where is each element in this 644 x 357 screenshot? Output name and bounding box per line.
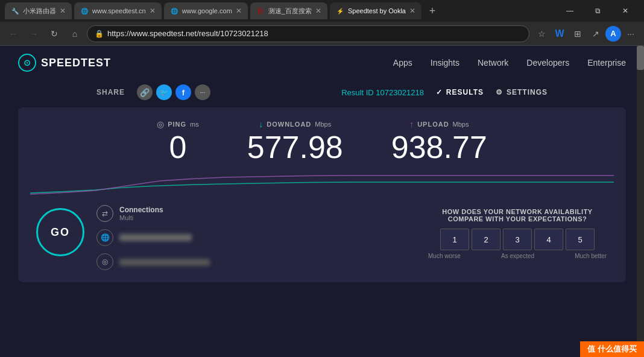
results-button[interactable]: ✓ RESULTS [436, 88, 484, 96]
download-label: DOWNLOAD [267, 121, 311, 128]
profile-avatar[interactable]: A [605, 26, 621, 42]
tab-favicon-xiaomi: 🔧 [11, 7, 19, 15]
address-input[interactable]: 🔒 https://www.speedtest.net/result/10723… [87, 25, 529, 42]
ping-header: ◎ PING ms [157, 119, 199, 129]
tab-xiaomi[interactable]: 🔧 小米路由器 ✕ [5, 2, 72, 19]
upload-value: 938.77 [391, 131, 487, 163]
new-tab-button[interactable]: + [424, 2, 441, 19]
survey-label-better: Much better [575, 253, 607, 259]
ping-unit: ms [190, 121, 199, 128]
checkmark-icon: ✓ [436, 88, 443, 96]
tab-favicon-speedtest-cn: 🌐 [80, 7, 89, 15]
survey-option-5[interactable]: 5 [566, 229, 595, 250]
share-bar: SHARE 🔗 🐦 f ··· Result ID 10723021218 ✓ … [0, 80, 644, 105]
survey-option-3[interactable]: 3 [503, 229, 532, 250]
ip-info [119, 234, 192, 241]
gear-icon: ⚙ [496, 88, 503, 96]
survey-option-1[interactable]: 1 [440, 229, 469, 250]
results-label: RESULTS [446, 88, 484, 96]
tab-close-google[interactable]: ✕ [236, 7, 242, 15]
speedtest-card: ◎ PING ms 0 ↓ DOWNLOAD Mbps 577.98 ↑ UPL… [18, 107, 626, 282]
refresh-button[interactable]: ↻ [46, 25, 63, 42]
home-button[interactable]: ⌂ [66, 25, 83, 42]
scrollbar-thumb[interactable] [637, 46, 644, 70]
tab-speedtest-active[interactable]: ⚡ Speedtest by Ookla ✕ [330, 2, 421, 19]
nav-developers[interactable]: Developers [526, 58, 569, 68]
share-toolbar-icon[interactable]: ↗ [587, 25, 604, 42]
metric-ping: ◎ PING ms 0 [157, 119, 199, 163]
share-label: SHARE [96, 88, 125, 96]
share-more-button[interactable]: ··· [195, 84, 210, 100]
tab-label-baidu: 测速_百度搜索 [268, 7, 312, 16]
tab-favicon-google: 🌐 [170, 7, 178, 15]
upload-unit: Mbps [453, 121, 469, 128]
maximize-button[interactable]: ⧉ [584, 0, 611, 22]
location-blurred [119, 259, 210, 266]
ping-label: PING [168, 121, 186, 128]
tab-close-speedtest-cn[interactable]: ✕ [150, 7, 156, 15]
favorite-icon[interactable]: ☆ [533, 25, 550, 42]
connections-value: Multi [119, 214, 163, 221]
nav-network[interactable]: Network [478, 58, 508, 68]
share-link-button[interactable]: 🔗 [137, 84, 153, 100]
upload-icon: ↑ [409, 119, 414, 129]
download-unit: Mbps [315, 121, 331, 128]
share-twitter-button[interactable]: 🐦 [156, 84, 172, 100]
minimize-button[interactable]: — [556, 0, 584, 22]
tab-close-xiaomi[interactable]: ✕ [60, 7, 66, 15]
location-item: ◎ [96, 253, 210, 270]
connections-item: ⇄ Connections Multi [96, 205, 210, 222]
tab-speedtest-cn[interactable]: 🌐 www.speedtest.cn ✕ [74, 2, 162, 19]
nav-apps[interactable]: Apps [393, 58, 412, 68]
ip-item: 🌐 [96, 229, 210, 246]
tab-close-speedtest[interactable]: ✕ [409, 7, 415, 15]
survey-label-expected: As expected [501, 253, 534, 259]
watermark-icon: 值 [587, 344, 595, 355]
metrics-row: ◎ PING ms 0 ↓ DOWNLOAD Mbps 577.98 ↑ UPL… [36, 119, 608, 163]
address-text: https://www.speedtest.net/result/1072302… [107, 29, 268, 38]
download-value: 577.98 [247, 131, 343, 163]
result-id-value: 10723021218 [376, 88, 424, 97]
tab-google[interactable]: 🌐 www.google.com ✕ [164, 2, 248, 19]
tab-baidu[interactable]: 百 测速_百度搜索 ✕ [250, 2, 327, 19]
tab-favicon-speedtest: ⚡ [336, 7, 344, 15]
result-settings: ✓ RESULTS ⚙ SETTINGS [436, 88, 548, 96]
tab-close-baidu[interactable]: ✕ [315, 7, 321, 15]
globe-icon: 🌐 [96, 229, 113, 246]
address-bar: ← → ↻ ⌂ 🔒 https://www.speedtest.net/resu… [0, 22, 644, 46]
location-icon: ◎ [96, 253, 113, 270]
card-bottom: GO ⇄ Connections Multi 🌐 ◎ [36, 205, 608, 270]
collections-icon[interactable]: ⊞ [569, 25, 586, 42]
settings-button[interactable]: ⚙ SETTINGS [496, 88, 548, 96]
menu-icon[interactable]: ··· [622, 25, 639, 42]
share-facebook-button[interactable]: f [175, 84, 191, 100]
tab-label-speedtest-cn: www.speedtest.cn [92, 7, 146, 14]
nav-insights[interactable]: Insights [431, 58, 459, 68]
connections-column: ⇄ Connections Multi 🌐 ◎ [96, 205, 210, 270]
nav-links: Apps Insights Network Developers Enterpr… [393, 58, 626, 68]
forward-button[interactable]: → [25, 25, 42, 42]
settings-label: SETTINGS [507, 88, 548, 96]
download-header: ↓ DOWNLOAD Mbps [259, 119, 331, 129]
connections-info: Connections Multi [119, 206, 163, 221]
scrollbar[interactable] [637, 46, 644, 357]
back-button[interactable]: ← [5, 25, 22, 42]
tab-label-google: www.google.com [182, 7, 232, 14]
close-button[interactable]: ✕ [611, 0, 639, 22]
connections-icon: ⇄ [96, 205, 113, 222]
ip-blurred [119, 234, 192, 241]
toolbar-icons: ☆ W ⊞ ↗ A ··· [533, 25, 639, 42]
upload-header: ↑ UPLOAD Mbps [409, 119, 469, 129]
go-button[interactable]: GO [36, 208, 84, 256]
speedtest-logo: ⊙ SPEEDTEST [18, 54, 111, 72]
tab-favicon-baidu: 百 [256, 7, 265, 15]
speedtest-navbar: ⊙ SPEEDTEST Apps Insights Network Develo… [0, 46, 644, 80]
survey-option-2[interactable]: 2 [472, 229, 500, 250]
nav-enterprise[interactable]: Enterprise [587, 58, 626, 68]
metric-upload: ↑ UPLOAD Mbps 938.77 [391, 119, 487, 163]
tab-label-speedtest: Speedtest by Ookla [348, 7, 406, 14]
metric-download: ↓ DOWNLOAD Mbps 577.98 [247, 119, 343, 163]
location-info [119, 257, 210, 266]
wallet-icon[interactable]: W [551, 25, 568, 42]
survey-option-4[interactable]: 4 [534, 229, 563, 250]
